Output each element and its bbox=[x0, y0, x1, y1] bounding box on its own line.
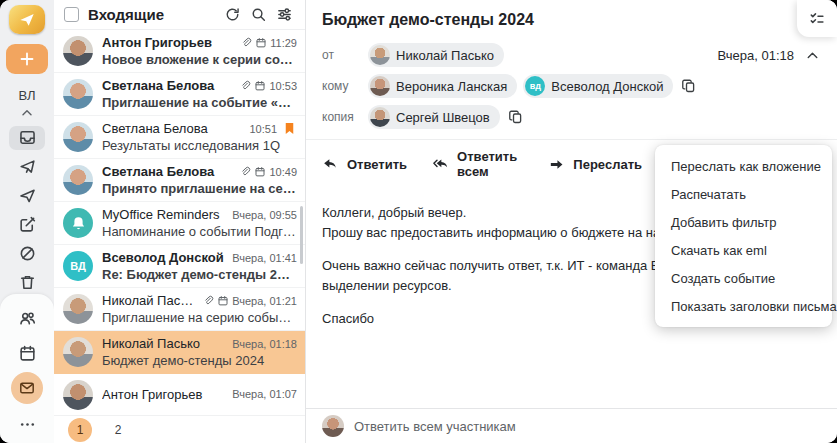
sidebar-item-spam[interactable] bbox=[9, 241, 45, 265]
list-item[interactable]: Николай ПаськоВчера, 01:18Бюджет демо-ст… bbox=[54, 331, 305, 374]
message-date: Вчера, 01:18 bbox=[718, 48, 794, 63]
tasks-checklist-icon[interactable] bbox=[797, 0, 837, 37]
reply-all-icon bbox=[432, 156, 449, 173]
menu-item[interactable]: Показать заголовки письма bbox=[655, 292, 832, 320]
recipient-chip[interactable]: Вероника Ланская bbox=[368, 74, 517, 98]
menu-item[interactable]: Скачать как eml bbox=[655, 236, 832, 264]
sidebar-item-inbox[interactable] bbox=[9, 126, 45, 150]
avatar: вд bbox=[525, 76, 545, 96]
attachment-icon bbox=[202, 295, 214, 307]
reply-button[interactable]: Ответить bbox=[322, 156, 407, 173]
copy-recipients-icon[interactable] bbox=[681, 78, 697, 94]
message-header: Бюджет демо-стенды 2024 от Николай Паськ… bbox=[306, 0, 837, 139]
reply-avatar bbox=[322, 415, 344, 437]
message-subject-preview: Напоминание о событии Подготовить отчет.… bbox=[102, 224, 297, 239]
sender-name: Николай Пасько bbox=[102, 336, 228, 351]
reply-all-button[interactable]: Ответить всем bbox=[432, 149, 523, 179]
list-item[interactable]: Николай ПаськоВчера, 01:21Приглашение на… bbox=[54, 288, 305, 331]
collapse-chevron-icon[interactable] bbox=[19, 105, 35, 121]
page-button[interactable]: 1 bbox=[68, 418, 92, 442]
sidebar-item-sent[interactable] bbox=[9, 155, 45, 179]
to-row: кому Вероника ЛанскаявдВсеволод Донской bbox=[322, 74, 821, 98]
profile-initials[interactable]: ВЛ bbox=[18, 88, 35, 103]
sender-name: Николай Пасько bbox=[102, 293, 198, 308]
avatar bbox=[63, 294, 93, 324]
recipient-name: Николай Пасько bbox=[396, 48, 494, 63]
from-row: от Николай Пасько Вчера, 01:18 bbox=[322, 43, 821, 67]
menu-item[interactable]: Переслать как вложение bbox=[655, 152, 832, 180]
bookmark-flag-icon[interactable] bbox=[282, 121, 297, 136]
mail-app-icon[interactable] bbox=[11, 372, 43, 404]
list-item[interactable]: Светлана Белова10:51Результаты исследова… bbox=[54, 116, 305, 159]
calendar-event-icon bbox=[254, 80, 266, 92]
recipient-name: Вероника Ланская bbox=[396, 79, 507, 94]
recipient-chip[interactable]: Сергей Швецов bbox=[368, 105, 500, 129]
collapse-header-icon[interactable] bbox=[804, 47, 821, 64]
avatar bbox=[322, 415, 344, 437]
list-item[interactable]: Антон Григорьев11:29Новое вложение к сер… bbox=[54, 30, 305, 73]
more-apps-icon[interactable] bbox=[9, 409, 45, 439]
app-logo-icon bbox=[9, 5, 45, 34]
sender-name: Всеволод Донской bbox=[102, 250, 228, 265]
list-item[interactable]: ВДВсеволод ДонскойВчера, 01:41Re: Бюджет… bbox=[54, 245, 305, 288]
message-subject: Бюджет демо-стенды 2024 bbox=[322, 11, 821, 29]
calendar-event-icon bbox=[217, 295, 229, 307]
list-item[interactable]: MyOffice RemindersВчера, 09:55Напоминани… bbox=[54, 202, 305, 245]
page-button[interactable]: 2 bbox=[106, 418, 130, 442]
copy-recipients-icon[interactable] bbox=[508, 109, 524, 125]
message-time: Вчера, 01:07 bbox=[232, 388, 297, 400]
message-subject-preview: Новое вложение к серии событий «Аналити.… bbox=[102, 52, 297, 67]
avatar: ВД bbox=[63, 251, 93, 281]
refresh-icon[interactable] bbox=[224, 6, 241, 23]
forward-button[interactable]: Переслать bbox=[548, 156, 642, 173]
list-item[interactable]: Антон ГригорьевВчера, 01:07 bbox=[54, 374, 305, 415]
sidebar-item-drafts[interactable] bbox=[9, 212, 45, 236]
attachment-icon bbox=[239, 80, 251, 92]
calendar-icon[interactable] bbox=[9, 338, 45, 368]
rail-bottom-apps bbox=[0, 294, 54, 443]
calendar-event-icon bbox=[254, 166, 266, 178]
list-scrollbar[interactable] bbox=[300, 206, 303, 264]
message-time: Вчера, 01:21 bbox=[232, 295, 297, 307]
attachment-icon bbox=[240, 37, 252, 49]
message-subject-preview: Re: Бюджет демо-стенды 2024 bbox=[102, 267, 297, 282]
list-header: Входящие bbox=[54, 0, 305, 30]
compose-plus-button[interactable] bbox=[6, 44, 48, 74]
message-list: Антон Григорьев11:29Новое вложение к сер… bbox=[54, 30, 305, 415]
forward-icon bbox=[548, 156, 565, 173]
menu-item[interactable]: Распечатать bbox=[655, 180, 832, 208]
sidebar-item-trash[interactable] bbox=[9, 270, 45, 294]
folder-title: Входящие bbox=[88, 6, 215, 23]
sender-name: Светлана Белова bbox=[102, 78, 235, 93]
list-item[interactable]: Светлана Белова10:53Приглашение на событ… bbox=[54, 73, 305, 116]
recipient-name: Сергей Швецов bbox=[396, 110, 490, 125]
select-all-checkbox[interactable] bbox=[64, 7, 79, 22]
message-time: 10:53 bbox=[269, 80, 297, 92]
recipient-chip[interactable]: вдВсеволод Донской bbox=[523, 74, 673, 98]
avatar bbox=[63, 165, 93, 195]
quick-reply-bar[interactable]: Ответить всем участникам bbox=[306, 408, 837, 443]
message-subject-preview: Приглашение на серию событий «Демо стен.… bbox=[102, 310, 297, 325]
contacts-icon[interactable] bbox=[9, 303, 45, 333]
avatar bbox=[63, 79, 93, 109]
message-time: 10:49 bbox=[269, 166, 297, 178]
sidebar-item-outgoing[interactable] bbox=[9, 184, 45, 208]
menu-item[interactable]: Создать событие bbox=[655, 264, 832, 292]
message-time: Вчера, 01:18 bbox=[232, 338, 297, 350]
avatar bbox=[63, 36, 93, 66]
avatar bbox=[370, 45, 390, 65]
message-time: 10:51 bbox=[249, 123, 277, 135]
attachment-icon bbox=[239, 166, 251, 178]
message-context-menu: Переслать как вложениеРаспечататьДобавит… bbox=[655, 145, 832, 327]
filter-icon[interactable] bbox=[276, 6, 293, 23]
message-list-panel: Входящие Антон Григорьев11:29Новое вложе… bbox=[54, 0, 306, 443]
list-item[interactable]: Светлана Белова10:49Принято приглашение … bbox=[54, 159, 305, 202]
left-rail: ВЛ bbox=[0, 0, 54, 443]
menu-item[interactable]: Добавить фильтр bbox=[655, 208, 832, 236]
to-label: кому bbox=[322, 79, 368, 93]
calendar-event-icon bbox=[255, 37, 267, 49]
recipient-chip[interactable]: Николай Пасько bbox=[368, 43, 504, 67]
message-time: Вчера, 09:55 bbox=[232, 209, 297, 221]
message-subject-preview: Результаты исследования 1Q bbox=[102, 138, 297, 153]
search-icon[interactable] bbox=[250, 6, 267, 23]
